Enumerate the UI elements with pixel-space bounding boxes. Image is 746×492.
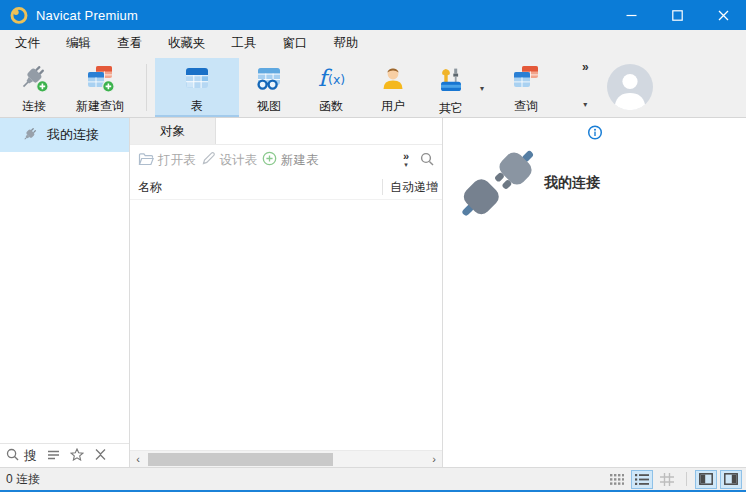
design-table-button[interactable]: 设计表 xyxy=(201,151,258,169)
sidebar-search-label: 搜 xyxy=(24,447,37,465)
query-button[interactable]: 查询 xyxy=(494,58,558,117)
view-grid-icon[interactable] xyxy=(606,470,628,489)
function-icon: f (x) xyxy=(314,63,348,96)
info-icon[interactable] xyxy=(587,125,602,144)
query-label: 查询 xyxy=(514,99,538,113)
horizontal-scrollbar[interactable]: ‹ › xyxy=(130,450,442,467)
user-label: 用户 xyxy=(381,99,405,113)
view-button[interactable]: 视图 xyxy=(239,58,299,117)
user-button[interactable]: 用户 xyxy=(363,58,423,117)
toggle-right-panel-icon[interactable] xyxy=(720,470,742,489)
table-icon xyxy=(182,63,212,96)
design-table-label: 设计表 xyxy=(220,152,258,169)
toolbar-overflow-icon[interactable]: » xyxy=(582,62,589,72)
column-header-name[interactable]: 名称 xyxy=(130,179,382,196)
menu-view[interactable]: 查看 xyxy=(104,30,155,57)
connection-plug-large-icon xyxy=(454,144,542,230)
objects-panel: 对象 打开表 设计表 新建表 xyxy=(130,118,443,467)
objects-list-empty-area xyxy=(130,200,442,450)
view-icon xyxy=(254,63,284,96)
sidebar-search-icon[interactable] xyxy=(6,447,19,465)
column-header-auto-increment[interactable]: 自动递增 xyxy=(383,179,442,196)
new-query-label: 新建查询 xyxy=(76,99,124,113)
menu-tools[interactable]: 工具 xyxy=(219,30,270,57)
scrollbar-thumb[interactable] xyxy=(148,453,333,466)
function-label: 函数 xyxy=(319,99,343,113)
open-table-label: 打开表 xyxy=(158,152,196,169)
maximize-button[interactable] xyxy=(654,0,700,30)
sidebar-filter-icon[interactable] xyxy=(47,447,60,465)
query-icon xyxy=(511,63,541,96)
objects-toolbar: 打开表 设计表 新建表 » ▾ xyxy=(130,145,442,175)
plug-icon xyxy=(22,126,38,145)
close-button[interactable] xyxy=(700,0,746,30)
connect-button[interactable]: 连接 xyxy=(6,58,62,117)
scroll-left-icon[interactable]: ‹ xyxy=(130,451,146,468)
sidebar-item-my-connection[interactable]: 我的连接 xyxy=(0,118,129,152)
sidebar-connection-label: 我的连接 xyxy=(47,126,99,144)
other-dropdown-icon[interactable]: ▾ xyxy=(480,84,484,93)
connection-plug-icon xyxy=(19,63,49,96)
toolbar-overflow-dropdown-icon[interactable]: ▾ xyxy=(582,101,589,109)
menu-help[interactable]: 帮助 xyxy=(321,30,372,57)
sidebar-tools-bar: 搜 xyxy=(0,443,129,467)
main-toolbar: 连接 新建查询 xyxy=(0,57,746,118)
new-query-button[interactable]: 新建查询 xyxy=(62,58,138,117)
pencil-icon xyxy=(201,151,216,169)
title-bar: Navicat Premium xyxy=(0,0,746,30)
tab-objects[interactable]: 对象 xyxy=(130,118,216,144)
objects-tab-bar: 对象 xyxy=(130,118,442,145)
objects-search-icon[interactable] xyxy=(420,152,434,169)
scroll-right-icon[interactable]: › xyxy=(426,451,442,468)
status-bar: 0 连接 xyxy=(0,467,746,492)
table-button[interactable]: 表 xyxy=(155,58,239,117)
other-label: 其它 xyxy=(439,101,463,115)
new-query-icon xyxy=(85,63,115,96)
menu-edit[interactable]: 编辑 xyxy=(53,30,104,57)
user-icon xyxy=(378,63,408,96)
toolbox-icon xyxy=(436,65,466,98)
plus-circle-icon xyxy=(262,151,277,169)
user-avatar[interactable] xyxy=(607,64,653,117)
new-table-button[interactable]: 新建表 xyxy=(262,151,319,169)
toolbar-separator xyxy=(146,64,147,111)
detail-connection-name: 我的连接 xyxy=(544,174,600,192)
folder-icon xyxy=(138,152,154,169)
view-label: 视图 xyxy=(257,99,281,113)
navicat-logo-icon xyxy=(10,6,28,24)
view-detail-grid-icon[interactable] xyxy=(656,470,678,489)
objects-overflow-dropdown-icon[interactable]: ▾ xyxy=(404,161,408,168)
window-title: Navicat Premium xyxy=(36,8,138,23)
open-table-button[interactable]: 打开表 xyxy=(138,152,196,169)
menu-window[interactable]: 窗口 xyxy=(270,30,321,57)
objects-overflow-icon[interactable]: » xyxy=(403,152,409,161)
connections-sidebar: 我的连接 搜 xyxy=(0,118,130,467)
sidebar-collapse-icon[interactable] xyxy=(94,447,107,465)
toggle-left-panel-icon[interactable] xyxy=(695,470,717,489)
menu-bar: 文件 编辑 查看 收藏夹 工具 窗口 帮助 xyxy=(0,30,746,57)
connection-count: 0 连接 xyxy=(6,471,40,488)
sidebar-favorites-star-icon[interactable] xyxy=(70,447,84,465)
objects-list-header: 名称 自动递增 xyxy=(130,175,442,200)
minimize-button[interactable] xyxy=(608,0,654,30)
table-label: 表 xyxy=(191,99,203,113)
menu-file[interactable]: 文件 xyxy=(2,30,53,57)
view-list-icon[interactable] xyxy=(631,470,653,489)
detail-panel: 我的连接 xyxy=(443,118,746,467)
connect-label: 连接 xyxy=(22,99,46,113)
statusbar-separator xyxy=(686,472,687,486)
svg-text:(x): (x) xyxy=(328,72,345,87)
function-button[interactable]: f (x) 函数 xyxy=(299,58,363,117)
menu-favorites[interactable]: 收藏夹 xyxy=(155,30,219,57)
other-button[interactable]: 其它 xyxy=(423,60,479,115)
new-table-label: 新建表 xyxy=(281,152,319,169)
